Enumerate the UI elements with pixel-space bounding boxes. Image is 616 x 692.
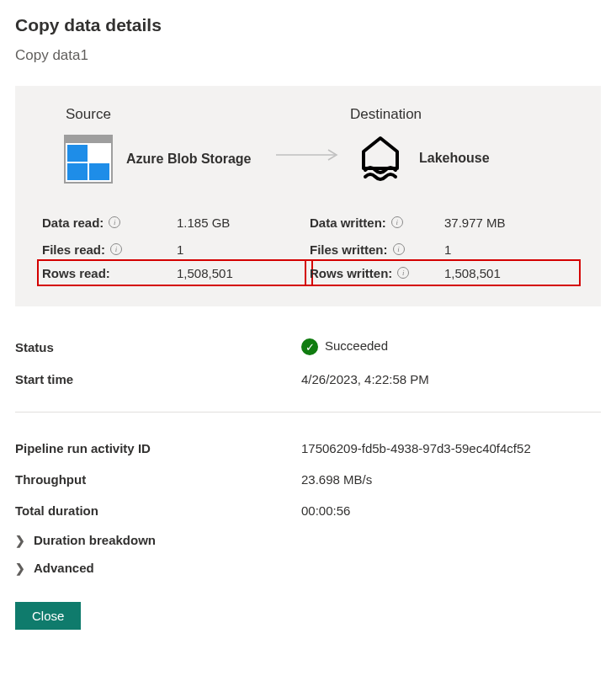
source-metrics: Data read:i 1.185 GB Files read:i 1 Rows… [42,209,310,283]
destination-metrics: Data written:i 37.977 MB Files written:i… [310,209,577,283]
info-icon[interactable]: i [109,216,120,228]
page-title: Copy data details [15,15,601,35]
duration-value: 00:00:56 [301,503,601,518]
status-row: Status ✓Succeeded [15,330,601,364]
rows-read-value: 1,508,501 [177,266,310,280]
files-read-value: 1 [177,242,310,257]
files-written-label: Files written: [310,242,388,257]
source-column: Source Azure Blob Storage [39,106,266,184]
rows-written-row: Rows written:i 1,508,501 [305,259,581,286]
info-icon[interactable]: i [391,216,403,228]
start-time-row: Start time 4/26/2023, 4:22:58 PM [15,364,601,395]
data-written-label: Data written: [310,216,386,230]
throughput-row: Throughput 23.698 MB/s [15,464,601,495]
activity-id-value: 17506209-fd5b-4938-97d3-59ec40f4cf52 [301,441,601,455]
files-written-value: 1 [444,242,577,257]
status-label: Status [15,340,301,354]
duration-row: Total duration 00:00:56 [15,495,601,526]
activity-id-row: Pipeline run activity ID 17506209-fd5b-4… [15,433,601,464]
close-button[interactable]: Close [15,602,81,630]
arrow-icon [266,106,350,163]
advanced-label: Advanced [34,561,94,575]
activity-name: Copy data1 [15,47,601,64]
source-destination-panel: Source Azure Blob Storage Destination [15,86,601,306]
throughput-label: Throughput [15,472,301,487]
success-icon: ✓ [301,338,318,355]
rows-written-value: 1,508,501 [444,266,577,280]
rows-read-row: Rows read: 1,508,501 [37,259,313,286]
activity-id-label: Pipeline run activity ID [15,441,301,455]
azure-blob-storage-icon [64,135,113,184]
duration-breakdown-label: Duration breakdown [34,533,156,547]
status-value: Succeeded [325,338,388,353]
destination-column: Destination Lakehouse [350,106,577,182]
section-divider [15,412,601,413]
files-read-label: Files read: [42,242,105,257]
start-time-value: 4/26/2023, 4:22:58 PM [301,372,601,386]
source-label: Azure Blob Storage [126,152,251,167]
data-written-value: 37.977 MB [444,216,577,230]
duration-label: Total duration [15,503,301,518]
duration-breakdown-expander[interactable]: ❯ Duration breakdown [15,526,601,554]
chevron-right-icon: ❯ [15,534,25,547]
data-read-label: Data read: [42,216,104,230]
destination-label: Lakehouse [419,151,490,166]
info-icon[interactable]: i [393,243,405,255]
info-icon[interactable]: i [397,267,409,279]
chevron-right-icon: ❯ [15,562,25,575]
info-icon[interactable]: i [110,243,122,255]
data-read-value: 1.185 GB [177,216,310,230]
data-read-row: Data read:i 1.185 GB [42,209,310,236]
source-heading: Source [66,106,266,123]
rows-read-label: Rows read: [42,266,110,280]
rows-written-label: Rows written: [310,266,392,280]
throughput-value: 23.698 MB/s [301,472,601,487]
data-written-row: Data written:i 37.977 MB [310,209,577,236]
start-time-label: Start time [15,372,301,386]
advanced-expander[interactable]: ❯ Advanced [15,554,601,582]
lakehouse-icon [355,135,406,182]
destination-heading: Destination [350,106,577,123]
